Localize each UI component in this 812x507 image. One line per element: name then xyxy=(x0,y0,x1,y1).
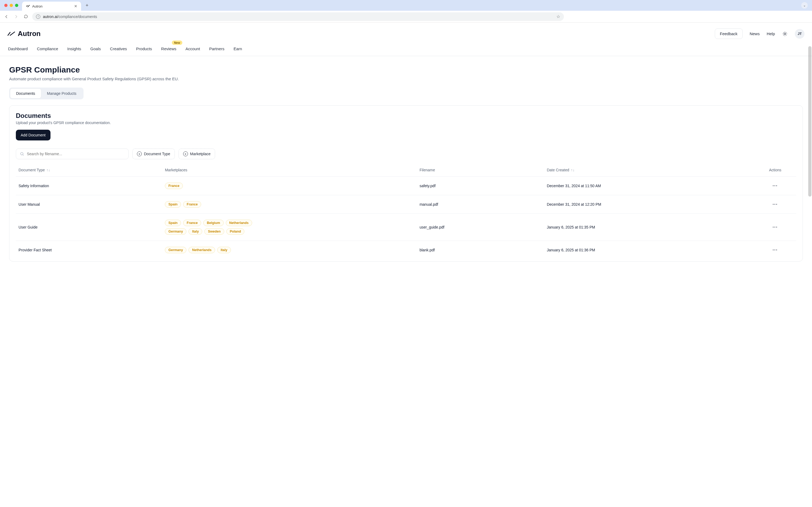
col-filename: Filename xyxy=(417,164,544,177)
table-row: User GuideSpainFranceBelgiumNetherlandsG… xyxy=(16,214,796,241)
documents-table: Document Type↑↓ Marketplaces Filename Da… xyxy=(16,164,796,259)
bookmark-icon[interactable]: ☆ xyxy=(557,14,560,19)
browser-chrome: Autron ✕ + ⌄ i autron.ai/compliance/docu… xyxy=(0,0,812,22)
address-bar[interactable]: i autron.ai/compliance/documents ☆ xyxy=(32,12,564,21)
card-description: Upload your product's GPSR compliance do… xyxy=(16,121,796,125)
sort-icon: ↑↓ xyxy=(571,168,575,172)
col-document-type[interactable]: Document Type↑↓ xyxy=(16,164,162,177)
more-icon[interactable]: ··· xyxy=(772,183,777,188)
marketplace-tag: Netherlands xyxy=(188,247,215,253)
cell-doc-type: User Guide xyxy=(16,214,162,241)
back-button[interactable] xyxy=(3,13,10,20)
nav-insights[interactable]: Insights xyxy=(67,43,82,56)
main-nav: DashboardComplianceInsightsGoalsCreative… xyxy=(0,42,812,56)
brand-logo[interactable]: Autron xyxy=(7,30,41,38)
user-avatar[interactable]: JT xyxy=(795,29,805,39)
cell-filename: user_guide.pdf xyxy=(417,214,544,241)
nav-goals[interactable]: Goals xyxy=(90,43,101,56)
nav-dashboard[interactable]: Dashboard xyxy=(7,43,28,56)
browser-tab[interactable]: Autron ✕ xyxy=(22,2,81,11)
nav-compliance[interactable]: Compliance xyxy=(36,43,59,56)
tab-title: Autron xyxy=(32,4,72,8)
scrollbar-thumb[interactable] xyxy=(808,46,811,196)
close-tab-icon[interactable]: ✕ xyxy=(74,4,77,8)
nav-products[interactable]: Products xyxy=(135,43,153,56)
nav-earn[interactable]: Earn xyxy=(233,43,243,56)
cell-doc-type: Provider Fact Sheet xyxy=(16,241,162,260)
nav-account[interactable]: Account xyxy=(185,43,200,56)
maximize-window-icon[interactable] xyxy=(15,4,18,7)
cell-filename: blank.pdf xyxy=(417,241,544,260)
row-actions[interactable]: ··· xyxy=(754,177,796,195)
more-icon[interactable]: ··· xyxy=(772,202,777,207)
nav-creatives[interactable]: Creatives xyxy=(110,43,127,56)
cell-doc-type: Safety Information xyxy=(16,177,162,195)
marketplace-tag: Germany xyxy=(165,228,186,235)
marketplace-tag: Spain xyxy=(165,220,181,226)
window-controls xyxy=(3,4,20,7)
tab-manage-products[interactable]: Manage Products xyxy=(41,89,82,98)
site-info-icon[interactable]: i xyxy=(36,14,40,19)
cell-doc-type: User Manual xyxy=(16,195,162,214)
forward-button[interactable] xyxy=(13,13,19,20)
search-icon xyxy=(20,152,24,156)
marketplace-tag: Spain xyxy=(165,201,181,208)
minimize-window-icon[interactable] xyxy=(10,4,13,7)
add-document-button[interactable]: Add Document xyxy=(16,130,51,140)
card-title: Documents xyxy=(16,112,796,119)
more-icon[interactable]: ··· xyxy=(772,247,777,252)
more-icon[interactable]: ··· xyxy=(772,225,777,229)
tab-favicon xyxy=(26,4,30,8)
documents-card: Documents Upload your product's GPSR com… xyxy=(9,105,803,262)
marketplace-tag: Germany xyxy=(165,247,186,253)
table-row: Provider Fact SheetGermanyNetherlandsIta… xyxy=(16,241,796,260)
marketplace-tag: Italy xyxy=(217,247,231,253)
reload-button[interactable] xyxy=(22,13,29,20)
new-badge: New xyxy=(172,41,182,45)
segmented-control: Documents Manage Products xyxy=(9,88,83,99)
help-link[interactable]: Help xyxy=(767,32,775,36)
cell-filename: manual.pdf xyxy=(417,195,544,214)
cell-date: December 31, 2024 at 12:20 PM xyxy=(544,195,754,214)
row-actions[interactable]: ··· xyxy=(754,214,796,241)
new-tab-button[interactable]: + xyxy=(83,2,91,9)
row-actions[interactable]: ··· xyxy=(754,195,796,214)
marketplace-tag: Italy xyxy=(188,228,202,235)
cell-date: January 6, 2025 at 01:36 PM xyxy=(544,241,754,260)
feedback-button[interactable]: Feedback xyxy=(715,29,743,39)
nav-reviews[interactable]: ReviewsNew xyxy=(161,43,177,56)
cell-date: January 6, 2025 at 01:35 PM xyxy=(544,214,754,241)
plus-icon: + xyxy=(137,152,142,156)
marketplace-tag: Netherlands xyxy=(226,220,252,226)
svg-point-0 xyxy=(784,33,786,35)
col-marketplaces: Marketplaces xyxy=(162,164,417,177)
news-link[interactable]: News xyxy=(750,32,760,36)
brand-name: Autron xyxy=(18,30,41,38)
marketplace-tag: Belgium xyxy=(203,220,223,226)
search-input-wrapper[interactable] xyxy=(16,149,129,159)
filter-document-type[interactable]: + Document Type xyxy=(132,149,175,159)
app-viewport: Autron Feedback News Help JT DashboardCo… xyxy=(0,22,812,507)
page-title: GPSR Compliance xyxy=(9,65,803,74)
table-row: User ManualSpainFrancemanual.pdfDecember… xyxy=(16,195,796,214)
filter-marketplace[interactable]: + Marketplace xyxy=(179,149,215,159)
cell-marketplaces: SpainFranceBelgiumNetherlandsGermanyItal… xyxy=(162,214,417,241)
sort-icon: ↑↓ xyxy=(47,168,50,172)
cell-marketplaces: SpainFrance xyxy=(162,195,417,214)
page-subtitle: Automate product compliance with General… xyxy=(9,76,803,81)
search-input[interactable] xyxy=(27,152,125,156)
tab-documents[interactable]: Documents xyxy=(10,89,41,98)
tabs-overflow-button[interactable]: ⌄ xyxy=(801,2,808,9)
marketplace-tag: Sweden xyxy=(205,228,224,235)
svg-point-1 xyxy=(21,153,23,155)
marketplace-tag: France xyxy=(183,220,201,226)
theme-toggle-icon[interactable] xyxy=(782,31,788,37)
row-actions[interactable]: ··· xyxy=(754,241,796,260)
col-actions: Actions xyxy=(754,164,796,177)
marketplace-tag: Poland xyxy=(226,228,245,235)
cell-filename: safety.pdf xyxy=(417,177,544,195)
col-date-created[interactable]: Date Created↑↓ xyxy=(544,164,754,177)
nav-partners[interactable]: Partners xyxy=(209,43,225,56)
close-window-icon[interactable] xyxy=(4,4,7,7)
marketplace-tag: France xyxy=(165,183,183,189)
